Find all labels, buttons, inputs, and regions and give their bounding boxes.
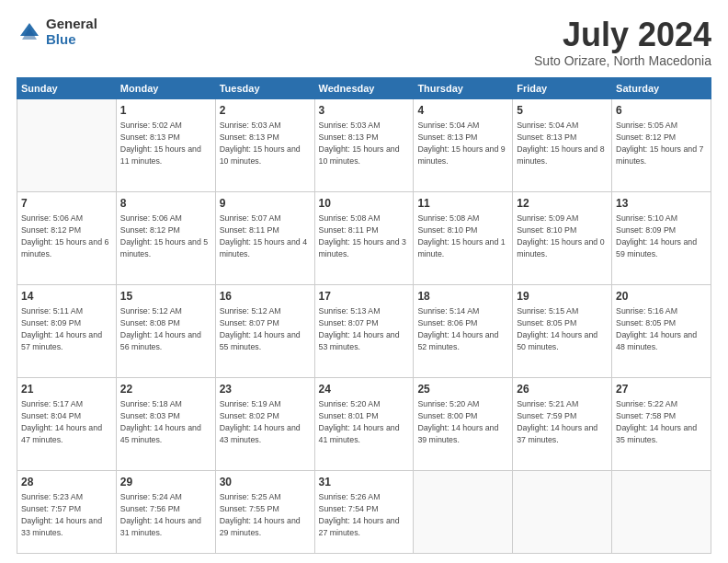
table-row: 2Sunrise: 5:03 AM Sunset: 8:13 PM Daylig…: [215, 98, 314, 191]
day-info: Sunrise: 5:16 AM Sunset: 8:05 PM Dayligh…: [616, 305, 707, 352]
col-thursday: Thursday: [414, 77, 513, 98]
day-info: Sunrise: 5:06 AM Sunset: 8:12 PM Dayligh…: [120, 213, 211, 259]
table-row: 27Sunrise: 5:22 AM Sunset: 7:58 PM Dayli…: [612, 377, 711, 470]
table-row: 7Sunrise: 5:06 AM Sunset: 8:12 PM Daylig…: [17, 191, 117, 284]
table-row: [17, 98, 117, 191]
day-info: Sunrise: 5:09 AM Sunset: 8:10 PM Dayligh…: [517, 213, 608, 259]
table-row: 15Sunrise: 5:12 AM Sunset: 8:08 PM Dayli…: [116, 284, 215, 377]
table-row: 20Sunrise: 5:16 AM Sunset: 8:05 PM Dayli…: [612, 284, 711, 377]
logo-general-label: General: [46, 17, 97, 32]
day-number: 20: [616, 289, 707, 304]
day-info: Sunrise: 5:04 AM Sunset: 8:13 PM Dayligh…: [517, 120, 608, 167]
table-row: 16Sunrise: 5:12 AM Sunset: 8:07 PM Dayli…: [215, 284, 314, 377]
calendar-header-row: Sunday Monday Tuesday Wednesday Thursday…: [17, 77, 711, 98]
day-info: Sunrise: 5:19 AM Sunset: 8:02 PM Dayligh…: [220, 398, 311, 445]
table-row: 18Sunrise: 5:14 AM Sunset: 8:06 PM Dayli…: [414, 284, 513, 377]
day-number: 12: [517, 196, 608, 212]
day-number: 5: [517, 103, 608, 119]
day-info: Sunrise: 5:10 AM Sunset: 8:09 PM Dayligh…: [616, 213, 707, 259]
table-row: 26Sunrise: 5:21 AM Sunset: 7:59 PM Dayli…: [513, 377, 612, 470]
day-number: 27: [616, 382, 707, 397]
day-number: 19: [517, 289, 608, 304]
logo-blue-label: Blue: [46, 32, 97, 48]
day-number: 11: [417, 196, 508, 212]
day-number: 29: [120, 475, 211, 490]
table-row: 28Sunrise: 5:23 AM Sunset: 7:57 PM Dayli…: [17, 470, 117, 553]
day-number: 4: [417, 103, 508, 119]
col-monday: Monday: [116, 77, 215, 98]
day-number: 6: [616, 103, 707, 119]
day-info: Sunrise: 5:07 AM Sunset: 8:11 PM Dayligh…: [220, 213, 311, 259]
day-info: Sunrise: 5:18 AM Sunset: 8:03 PM Dayligh…: [120, 398, 211, 445]
day-number: 25: [417, 382, 508, 397]
day-info: Sunrise: 5:17 AM Sunset: 8:04 PM Dayligh…: [21, 398, 112, 445]
table-row: 19Sunrise: 5:15 AM Sunset: 8:05 PM Dayli…: [513, 284, 612, 377]
day-number: 14: [21, 289, 112, 304]
table-row: 24Sunrise: 5:20 AM Sunset: 8:01 PM Dayli…: [314, 377, 414, 470]
day-number: 18: [417, 289, 508, 304]
day-number: 28: [21, 475, 112, 490]
table-row: [414, 470, 513, 553]
day-info: Sunrise: 5:20 AM Sunset: 8:00 PM Dayligh…: [417, 398, 508, 445]
day-number: 7: [21, 196, 112, 212]
day-number: 10: [319, 196, 410, 212]
table-row: 4Sunrise: 5:04 AM Sunset: 8:13 PM Daylig…: [414, 98, 513, 191]
day-info: Sunrise: 5:08 AM Sunset: 8:11 PM Dayligh…: [319, 213, 410, 259]
table-row: 30Sunrise: 5:25 AM Sunset: 7:55 PM Dayli…: [215, 470, 314, 553]
day-info: Sunrise: 5:12 AM Sunset: 8:07 PM Dayligh…: [220, 305, 311, 352]
day-info: Sunrise: 5:22 AM Sunset: 7:58 PM Dayligh…: [616, 398, 707, 445]
logo-text: General Blue: [46, 17, 97, 47]
page: General Blue July 2024 Suto Orizare, Nor…: [0, 0, 728, 563]
day-info: Sunrise: 5:12 AM Sunset: 8:08 PM Dayligh…: [120, 305, 211, 352]
calendar-table: Sunday Monday Tuesday Wednesday Thursday…: [17, 77, 711, 554]
day-info: Sunrise: 5:25 AM Sunset: 7:55 PM Dayligh…: [220, 491, 311, 538]
day-info: Sunrise: 5:20 AM Sunset: 8:01 PM Dayligh…: [319, 398, 410, 445]
title-block: July 2024 Suto Orizare, North Macedonia: [534, 17, 711, 68]
table-row: 10Sunrise: 5:08 AM Sunset: 8:11 PM Dayli…: [314, 191, 414, 284]
day-number: 9: [220, 196, 311, 212]
header: General Blue July 2024 Suto Orizare, Nor…: [17, 17, 711, 68]
col-tuesday: Tuesday: [215, 77, 314, 98]
day-info: Sunrise: 5:26 AM Sunset: 7:54 PM Dayligh…: [319, 491, 410, 538]
day-info: Sunrise: 5:14 AM Sunset: 8:06 PM Dayligh…: [417, 305, 508, 352]
table-row: 25Sunrise: 5:20 AM Sunset: 8:00 PM Dayli…: [414, 377, 513, 470]
col-friday: Friday: [513, 77, 612, 98]
month-title: July 2024: [534, 17, 711, 53]
table-row: 1Sunrise: 5:02 AM Sunset: 8:13 PM Daylig…: [116, 98, 215, 191]
day-info: Sunrise: 5:02 AM Sunset: 8:13 PM Dayligh…: [120, 120, 211, 167]
day-number: 26: [517, 382, 608, 397]
day-number: 30: [220, 475, 311, 490]
day-info: Sunrise: 5:23 AM Sunset: 7:57 PM Dayligh…: [21, 491, 112, 538]
day-number: 17: [319, 289, 410, 304]
col-wednesday: Wednesday: [314, 77, 414, 98]
table-row: 29Sunrise: 5:24 AM Sunset: 7:56 PM Dayli…: [116, 470, 215, 553]
table-row: 11Sunrise: 5:08 AM Sunset: 8:10 PM Dayli…: [414, 191, 513, 284]
table-row: 21Sunrise: 5:17 AM Sunset: 8:04 PM Dayli…: [17, 377, 117, 470]
table-row: 3Sunrise: 5:03 AM Sunset: 8:13 PM Daylig…: [314, 98, 414, 191]
day-number: 21: [21, 382, 112, 397]
day-number: 13: [616, 196, 707, 212]
logo-icon: [17, 19, 42, 45]
day-info: Sunrise: 5:24 AM Sunset: 7:56 PM Dayligh…: [120, 491, 211, 538]
col-sunday: Sunday: [17, 77, 117, 98]
day-info: Sunrise: 5:08 AM Sunset: 8:10 PM Dayligh…: [417, 213, 508, 259]
day-info: Sunrise: 5:21 AM Sunset: 7:59 PM Dayligh…: [517, 398, 608, 445]
day-number: 31: [319, 475, 410, 490]
table-row: 23Sunrise: 5:19 AM Sunset: 8:02 PM Dayli…: [215, 377, 314, 470]
subtitle: Suto Orizare, North Macedonia: [534, 53, 711, 68]
day-number: 8: [120, 196, 211, 212]
day-number: 1: [120, 103, 211, 119]
day-info: Sunrise: 5:03 AM Sunset: 8:13 PM Dayligh…: [220, 120, 311, 167]
table-row: 13Sunrise: 5:10 AM Sunset: 8:09 PM Dayli…: [612, 191, 711, 284]
day-info: Sunrise: 5:11 AM Sunset: 8:09 PM Dayligh…: [21, 305, 112, 352]
table-row: [513, 470, 612, 553]
day-number: 23: [220, 382, 311, 397]
col-saturday: Saturday: [612, 77, 711, 98]
table-row: 5Sunrise: 5:04 AM Sunset: 8:13 PM Daylig…: [513, 98, 612, 191]
table-row: 22Sunrise: 5:18 AM Sunset: 8:03 PM Dayli…: [116, 377, 215, 470]
table-row: 14Sunrise: 5:11 AM Sunset: 8:09 PM Dayli…: [17, 284, 117, 377]
day-number: 22: [120, 382, 211, 397]
day-info: Sunrise: 5:13 AM Sunset: 8:07 PM Dayligh…: [319, 305, 410, 352]
day-info: Sunrise: 5:04 AM Sunset: 8:13 PM Dayligh…: [417, 120, 508, 167]
day-number: 16: [220, 289, 311, 304]
